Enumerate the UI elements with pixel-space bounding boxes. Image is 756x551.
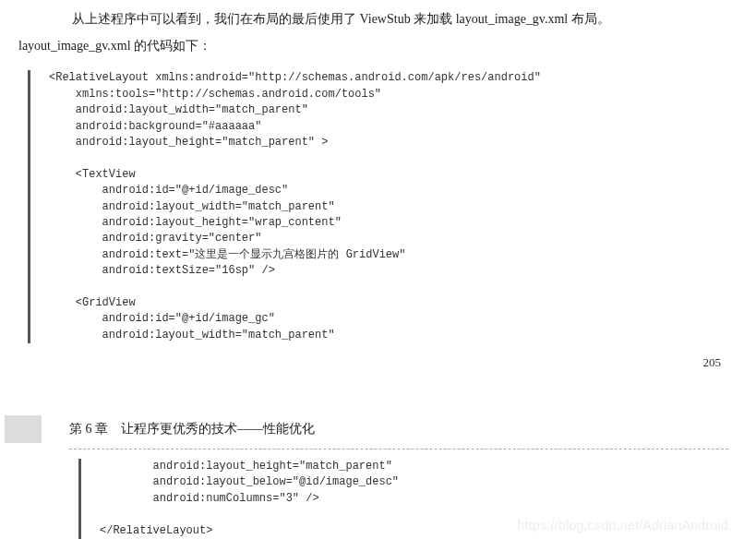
watermark-text: https://blog.csdn.net/AdrianAndroid <box>518 518 728 533</box>
corner-thumbnail <box>5 415 42 443</box>
intro-paragraph-2: layout_image_gv.xml 的代码如下： <box>0 34 756 66</box>
page-number: 205 <box>703 355 722 370</box>
chapter-header-row: 第 6 章 让程序更优秀的技术——性能优化 <box>0 415 756 443</box>
chapter-title: 第 6 章 让程序更优秀的技术——性能优化 <box>69 421 315 437</box>
code-block-1-wrapper: <RelativeLayout xmlns:android="http://sc… <box>28 70 728 343</box>
intro-paragraph-1: 从上述程序中可以看到，我们在布局的最后使用了 ViewStub 来加载 layo… <box>0 0 756 34</box>
code-block-1: <RelativeLayout xmlns:android="http://sc… <box>49 70 728 343</box>
chapter-divider <box>69 449 728 449</box>
page-gap <box>0 353 756 408</box>
